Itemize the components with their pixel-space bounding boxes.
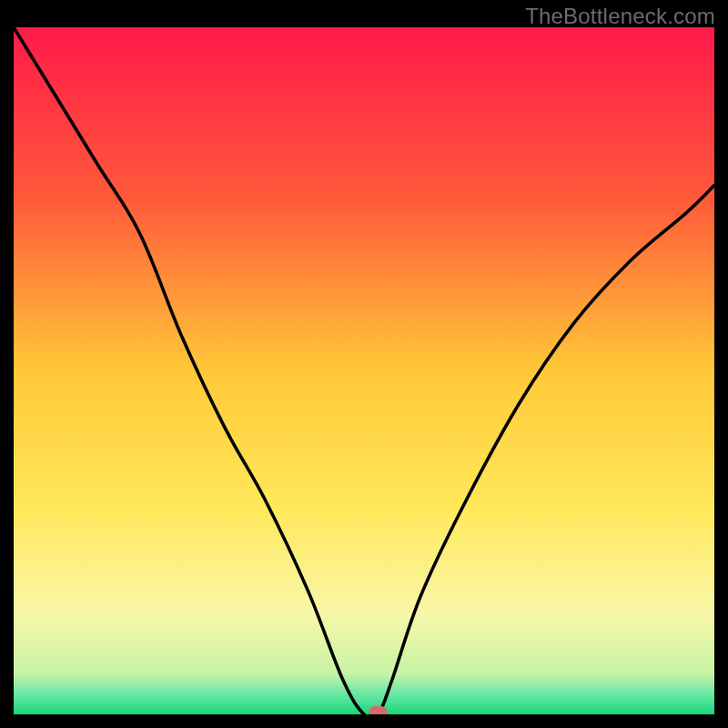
chart-frame: TheBottleneck.com [0,0,728,728]
plot-area [14,27,714,714]
chart-svg [14,27,714,714]
gradient-background [14,27,714,714]
watermark-text: TheBottleneck.com [525,4,715,29]
optimal-point-marker [369,706,387,714]
